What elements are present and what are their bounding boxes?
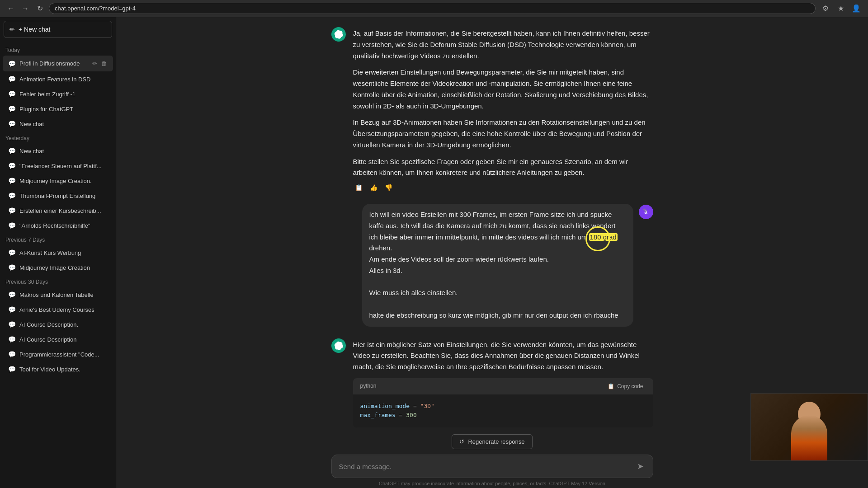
- gpt-avatar-1: [331, 27, 346, 42]
- section-label-today: Today: [0, 43, 116, 55]
- regenerate-wrapper: ↺ Regenerate response: [331, 434, 653, 449]
- edit-chat-button[interactable]: ✏: [91, 59, 98, 68]
- sidebar-item-label: Arnie's Best Udemy Courses: [19, 306, 108, 313]
- sidebar-item-midjourney1[interactable]: 💬 Midjourney Image Creation.: [3, 174, 113, 188]
- user-message-bubble-1: Ich will ein video Erstellen mit 300 Fra…: [362, 204, 633, 327]
- sidebar-item-label: AI Course Description.: [19, 321, 108, 328]
- message-input[interactable]: [339, 463, 632, 470]
- sidebar-item-profi-diffusionsmode[interactable]: 💬 Profi in Diffusionsmode ✏ 🗑: [3, 56, 113, 71]
- sidebar-item-label: Midjourney Image Creation: [19, 264, 108, 271]
- profile-button[interactable]: 👤: [850, 2, 863, 15]
- message-actions-1: 📋 👍 👎: [353, 182, 653, 193]
- delete-chat-button[interactable]: 🗑: [100, 59, 108, 68]
- chat-icon: 💬: [8, 321, 16, 328]
- sidebar-item-label: Midjourney Image Creation.: [19, 178, 108, 184]
- sidebar-item-label: Thumbnail-Prompt Erstellung: [19, 192, 108, 199]
- thumbdown-button[interactable]: 👎: [383, 182, 394, 193]
- extensions-button[interactable]: ⚙: [819, 2, 832, 15]
- video-person: [751, 394, 868, 460]
- section-label-30days: Previous 30 Days: [0, 275, 116, 287]
- sidebar-content: Today 💬 Profi in Diffusionsmode ✏ 🗑 💬 An…: [0, 42, 116, 488]
- gpt-message-text-2: Hier ist ein möglicher Satz von Einstell…: [353, 339, 653, 428]
- send-icon: ➤: [637, 462, 644, 471]
- forward-button[interactable]: →: [20, 3, 31, 14]
- browser-bar: ← → ↻ chat.openai.com/?model=gpt-4 ⚙ ★ 👤: [0, 0, 868, 17]
- browser-actions: ⚙ ★ 👤: [819, 2, 863, 15]
- chat-icon: 💬: [8, 60, 16, 67]
- item-actions: ✏ 🗑: [91, 59, 108, 68]
- code-lang: python: [360, 382, 377, 391]
- url-bar[interactable]: chat.openai.com/?model=gpt-4: [49, 3, 816, 14]
- chat-icon: 💬: [8, 249, 16, 256]
- back-button[interactable]: ←: [5, 3, 16, 14]
- sidebar-item-label: "Freelancer Steuern auf Plattf...: [19, 163, 108, 169]
- sidebar-item-fehler[interactable]: 💬 Fehler beim Zugriff -1: [3, 87, 113, 101]
- sidebar-item-ai-course1[interactable]: 💬 AI Course Description.: [3, 317, 113, 332]
- sidebar-item-arnolds[interactable]: 💬 "Arnolds Rechtschreibhilfe": [3, 218, 113, 233]
- app-container: ✏ + New chat Today 💬 Profi in Diffusions…: [0, 17, 868, 488]
- section-label-7days: Previous 7 Days: [0, 233, 116, 245]
- sidebar-item-arnies-udemy[interactable]: 💬 Arnie's Best Udemy Courses: [3, 302, 113, 317]
- sidebar-item-new-chat-today[interactable]: 💬 New chat: [3, 117, 113, 131]
- assistant-message-2: Hier ist ein möglicher Satz von Einstell…: [331, 338, 653, 433]
- sidebar-item-label: AI-Kunst Kurs Werbung: [19, 249, 108, 256]
- sidebar-item-ai-kunst[interactable]: 💬 AI-Kunst Kurs Werbung: [3, 245, 113, 260]
- code-block-header: python 📋 Copy code: [353, 378, 653, 394]
- gpt-avatar-2: [331, 338, 346, 353]
- sidebar-item-label: Tool for Video Updates.: [19, 366, 108, 373]
- gpt-message-text-1: Ja, auf Basis der Informationen, die Sie…: [353, 28, 653, 178]
- sidebar-item-label: Animation Features in DSD: [19, 76, 108, 83]
- sidebar-item-freelancer[interactable]: 💬 "Freelancer Steuern auf Plattf...: [3, 159, 113, 173]
- sidebar-item-kurs[interactable]: 💬 Erstellen einer Kursbeschreib...: [3, 203, 113, 218]
- chat-icon: 💬: [8, 90, 16, 98]
- code-line-1: animation_mode = "3D": [360, 402, 646, 411]
- reload-button[interactable]: ↻: [34, 3, 45, 14]
- code-block: python 📋 Copy code animation_mode = "3D"…: [353, 378, 653, 427]
- send-button[interactable]: ➤: [635, 460, 646, 473]
- chat-icon: 💬: [8, 366, 16, 373]
- chat-icon: 💬: [8, 120, 16, 127]
- url-text: chat.openai.com/?model=gpt-4: [55, 5, 136, 12]
- sidebar-item-midjourney2[interactable]: 💬 Midjourney Image Creation: [3, 260, 113, 275]
- sidebar-item-label: Makros und Kalorien Tabelle: [19, 291, 108, 298]
- code-line-2: max_frames = 300: [360, 411, 646, 420]
- regenerate-icon: ↺: [459, 438, 464, 445]
- chat-icon: 💬: [8, 192, 16, 199]
- chat-icon: 💬: [8, 147, 16, 155]
- sidebar-item-new-chat-yesterday[interactable]: 💬 New chat: [3, 144, 113, 158]
- edit-user-message-button[interactable]: ✎: [643, 207, 648, 214]
- copy-code-button[interactable]: 📋 Copy code: [605, 382, 646, 390]
- chat-icon: 💬: [8, 177, 16, 184]
- sidebar: ✏ + New chat Today 💬 Profi in Diffusions…: [0, 17, 116, 488]
- sidebar-item-label: AI Course Description: [19, 336, 108, 343]
- sidebar-item-makros[interactable]: 💬 Makros und Kalorien Tabelle: [3, 287, 113, 302]
- bottom-area: ↺ Regenerate response ➤ ChatGPT may prod…: [321, 434, 664, 488]
- chat-icon: 💬: [8, 291, 16, 298]
- thumbup-button[interactable]: 👍: [368, 182, 379, 193]
- sidebar-item-label: New chat: [19, 121, 108, 127]
- video-overlay: [750, 393, 868, 461]
- sidebar-item-programmierassistent[interactable]: 💬 Programmierassistent "Code...: [3, 347, 113, 361]
- sidebar-item-plugins[interactable]: 💬 Plugins für ChatGPT: [3, 102, 113, 116]
- user-message-text-1: Ich will ein video Erstellen mit 300 Fra…: [369, 211, 618, 319]
- chat-icon: 💬: [8, 222, 16, 229]
- new-chat-label: + New chat: [19, 26, 50, 33]
- disclaimer: ChatGPT may produce inaccurate informati…: [331, 478, 653, 488]
- bookmark-button[interactable]: ★: [835, 2, 847, 15]
- sidebar-item-animation-features[interactable]: 💬 Animation Features in DSD: [3, 72, 113, 86]
- new-chat-button[interactable]: ✏ + New chat: [4, 21, 112, 38]
- sidebar-item-thumbnail[interactable]: 💬 Thumbnail-Prompt Erstellung: [3, 188, 113, 203]
- sidebar-item-label: Fehler beim Zugriff -1: [19, 91, 108, 98]
- sidebar-item-tool-video[interactable]: 💬 Tool for Video Updates.: [3, 362, 113, 376]
- new-chat-icon: ✏: [9, 26, 15, 33]
- chat-icon: 💬: [8, 336, 16, 343]
- copy-message-button[interactable]: 📋: [353, 182, 364, 193]
- sidebar-item-ai-course2[interactable]: 💬 AI Course Description: [3, 332, 113, 347]
- sidebar-item-label: Erstellen einer Kursbeschreib...: [19, 207, 108, 214]
- user-message-wrapper-1: Ich will ein video Erstellen mit 300 Fra…: [321, 204, 664, 327]
- sidebar-item-label: "Arnolds Rechtschreibhilfe": [19, 222, 108, 229]
- regenerate-button[interactable]: ↺ Regenerate response: [452, 434, 532, 449]
- chat-icon: 💬: [8, 207, 16, 214]
- gpt-message-content-1: Ja, auf Basis der Informationen, die Sie…: [353, 26, 653, 193]
- copy-icon: 📋: [608, 383, 614, 389]
